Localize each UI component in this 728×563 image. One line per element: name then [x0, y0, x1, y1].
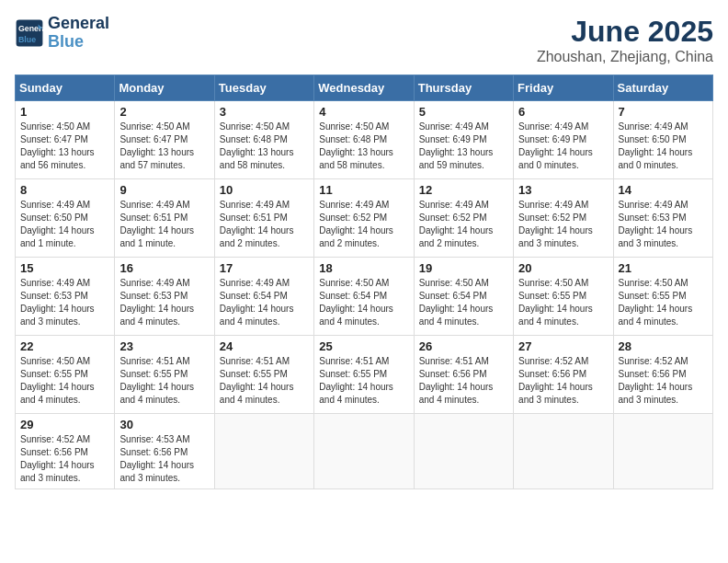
calendar-cell: 4Sunrise: 4:50 AMSunset: 6:48 PMDaylight… [314, 101, 414, 179]
calendar-cell [314, 414, 414, 489]
cell-info: Sunrise: 4:50 AMSunset: 6:54 PMDaylight:… [319, 277, 408, 328]
cell-info: Sunrise: 4:51 AMSunset: 6:56 PMDaylight:… [419, 355, 508, 407]
calendar-cell: 29Sunrise: 4:52 AMSunset: 6:56 PMDayligh… [16, 414, 115, 489]
day-number: 15 [20, 261, 109, 275]
day-number: 16 [119, 261, 209, 275]
calendar-cell [613, 414, 712, 489]
calendar-cell [414, 414, 513, 489]
calendar-cell: 30Sunrise: 4:53 AMSunset: 6:56 PMDayligh… [115, 414, 214, 489]
cell-info: Sunrise: 4:49 AMSunset: 6:49 PMDaylight:… [419, 121, 508, 172]
cell-info: Sunrise: 4:49 AMSunset: 6:54 PMDaylight:… [220, 277, 309, 328]
calendar-week-3: 15Sunrise: 4:49 AMSunset: 6:53 PMDayligh… [16, 258, 713, 336]
title-area: June 2025 Zhoushan, Zhejiang, China [537, 15, 713, 65]
cell-info: Sunrise: 4:52 AMSunset: 6:56 PMDaylight:… [619, 355, 708, 407]
calendar-cell: 14Sunrise: 4:49 AMSunset: 6:53 PMDayligh… [613, 179, 712, 258]
weekday-header-tuesday: Tuesday [214, 75, 313, 101]
cell-info: Sunrise: 4:50 AMSunset: 6:47 PMDaylight:… [20, 121, 109, 172]
cell-info: Sunrise: 4:49 AMSunset: 6:53 PMDaylight:… [119, 277, 209, 328]
cell-info: Sunrise: 4:50 AMSunset: 6:47 PMDaylight:… [119, 121, 209, 172]
day-number: 9 [119, 183, 209, 197]
day-number: 20 [518, 261, 608, 275]
location-title: Zhoushan, Zhejiang, China [537, 49, 713, 65]
day-number: 22 [20, 339, 109, 353]
day-number: 27 [518, 339, 608, 353]
calendar-table: SundayMondayTuesdayWednesdayThursdayFrid… [15, 75, 713, 489]
cell-info: Sunrise: 4:49 AMSunset: 6:52 PMDaylight:… [518, 199, 608, 250]
calendar-cell [514, 414, 613, 489]
cell-info: Sunrise: 4:49 AMSunset: 6:49 PMDaylight:… [518, 121, 608, 172]
day-number: 24 [220, 339, 309, 353]
svg-text:General: General [18, 24, 44, 33]
calendar-week-5: 29Sunrise: 4:52 AMSunset: 6:56 PMDayligh… [16, 414, 713, 489]
day-number: 14 [619, 183, 708, 197]
logo-text-blue: Blue [48, 33, 109, 52]
calendar-cell: 2Sunrise: 4:50 AMSunset: 6:47 PMDaylight… [115, 101, 214, 179]
cell-info: Sunrise: 4:52 AMSunset: 6:56 PMDaylight:… [20, 433, 109, 485]
cell-info: Sunrise: 4:50 AMSunset: 6:48 PMDaylight:… [319, 121, 408, 172]
calendar-cell: 21Sunrise: 4:50 AMSunset: 6:55 PMDayligh… [613, 258, 712, 336]
day-number: 2 [119, 105, 209, 119]
day-number: 23 [119, 339, 209, 353]
calendar-cell: 28Sunrise: 4:52 AMSunset: 6:56 PMDayligh… [613, 336, 712, 414]
day-number: 5 [419, 105, 508, 119]
day-number: 8 [20, 183, 109, 197]
cell-info: Sunrise: 4:49 AMSunset: 6:53 PMDaylight:… [20, 277, 109, 328]
calendar-week-1: 1Sunrise: 4:50 AMSunset: 6:47 PMDaylight… [16, 101, 713, 179]
calendar-cell [214, 414, 313, 489]
cell-info: Sunrise: 4:51 AMSunset: 6:55 PMDaylight:… [119, 355, 209, 407]
calendar-cell: 18Sunrise: 4:50 AMSunset: 6:54 PMDayligh… [314, 258, 414, 336]
weekday-header-wednesday: Wednesday [314, 75, 414, 101]
header: General Blue General Blue June 2025 Zhou… [15, 15, 713, 65]
day-number: 7 [619, 105, 708, 119]
day-number: 6 [518, 105, 608, 119]
day-number: 28 [619, 339, 708, 353]
day-number: 25 [319, 339, 408, 353]
cell-info: Sunrise: 4:49 AMSunset: 6:50 PMDaylight:… [619, 121, 708, 172]
calendar-cell: 24Sunrise: 4:51 AMSunset: 6:55 PMDayligh… [214, 336, 313, 414]
day-number: 13 [518, 183, 608, 197]
calendar-cell: 5Sunrise: 4:49 AMSunset: 6:49 PMDaylight… [414, 101, 513, 179]
day-number: 1 [20, 105, 109, 119]
calendar-cell: 26Sunrise: 4:51 AMSunset: 6:56 PMDayligh… [414, 336, 513, 414]
month-title: June 2025 [537, 15, 713, 49]
cell-info: Sunrise: 4:52 AMSunset: 6:56 PMDaylight:… [518, 355, 608, 407]
calendar-cell: 3Sunrise: 4:50 AMSunset: 6:48 PMDaylight… [214, 101, 313, 179]
calendar-cell: 22Sunrise: 4:50 AMSunset: 6:55 PMDayligh… [16, 336, 115, 414]
day-number: 26 [419, 339, 508, 353]
day-number: 10 [220, 183, 309, 197]
cell-info: Sunrise: 4:51 AMSunset: 6:55 PMDaylight:… [220, 355, 309, 407]
svg-text:Blue: Blue [18, 34, 36, 43]
cell-info: Sunrise: 4:50 AMSunset: 6:55 PMDaylight:… [619, 277, 708, 328]
day-number: 11 [319, 183, 408, 197]
cell-info: Sunrise: 4:49 AMSunset: 6:51 PMDaylight:… [119, 199, 209, 250]
calendar-cell: 12Sunrise: 4:49 AMSunset: 6:52 PMDayligh… [414, 179, 513, 258]
cell-info: Sunrise: 4:50 AMSunset: 6:54 PMDaylight:… [419, 277, 508, 328]
calendar-cell: 23Sunrise: 4:51 AMSunset: 6:55 PMDayligh… [115, 336, 214, 414]
cell-info: Sunrise: 4:50 AMSunset: 6:55 PMDaylight:… [20, 355, 109, 407]
calendar-cell: 25Sunrise: 4:51 AMSunset: 6:55 PMDayligh… [314, 336, 414, 414]
day-number: 4 [319, 105, 408, 119]
calendar-cell: 6Sunrise: 4:49 AMSunset: 6:49 PMDaylight… [514, 101, 613, 179]
weekday-header-friday: Friday [514, 75, 613, 101]
day-number: 29 [20, 418, 109, 431]
weekday-header-sunday: Sunday [16, 75, 115, 101]
calendar-cell: 11Sunrise: 4:49 AMSunset: 6:52 PMDayligh… [314, 179, 414, 258]
cell-info: Sunrise: 4:49 AMSunset: 6:52 PMDaylight:… [419, 199, 508, 250]
calendar-cell: 15Sunrise: 4:49 AMSunset: 6:53 PMDayligh… [16, 258, 115, 336]
day-number: 18 [319, 261, 408, 275]
calendar-cell: 16Sunrise: 4:49 AMSunset: 6:53 PMDayligh… [115, 258, 214, 336]
cell-info: Sunrise: 4:53 AMSunset: 6:56 PMDaylight:… [119, 433, 209, 485]
calendar-cell: 7Sunrise: 4:49 AMSunset: 6:50 PMDaylight… [613, 101, 712, 179]
calendar-cell: 27Sunrise: 4:52 AMSunset: 6:56 PMDayligh… [514, 336, 613, 414]
calendar-cell: 10Sunrise: 4:49 AMSunset: 6:51 PMDayligh… [214, 179, 313, 258]
cell-info: Sunrise: 4:49 AMSunset: 6:52 PMDaylight:… [319, 199, 408, 250]
cell-info: Sunrise: 4:50 AMSunset: 6:55 PMDaylight:… [518, 277, 608, 328]
day-number: 19 [419, 261, 508, 275]
cell-info: Sunrise: 4:49 AMSunset: 6:50 PMDaylight:… [20, 199, 109, 250]
logo-icon: General Blue [15, 18, 44, 48]
calendar-cell: 8Sunrise: 4:49 AMSunset: 6:50 PMDaylight… [16, 179, 115, 258]
cell-info: Sunrise: 4:49 AMSunset: 6:53 PMDaylight:… [619, 199, 708, 250]
day-number: 3 [220, 105, 309, 119]
cell-info: Sunrise: 4:49 AMSunset: 6:51 PMDaylight:… [220, 199, 309, 250]
weekday-header-thursday: Thursday [414, 75, 513, 101]
